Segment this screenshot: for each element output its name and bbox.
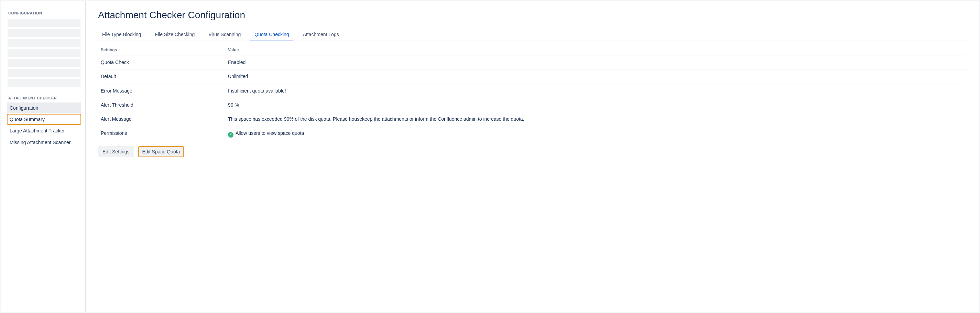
- placeholder-row: [8, 19, 81, 27]
- placeholder-row: [8, 69, 81, 77]
- button-row: Edit Settings Edit Space Quota: [98, 146, 966, 157]
- placeholder-row: [8, 49, 81, 57]
- table-row: Error Message Insufficient quota availab…: [98, 84, 966, 98]
- placeholder-row: [8, 39, 81, 47]
- placeholder-row: [8, 29, 81, 37]
- tabs: File Type Blocking File Size Checking Vi…: [98, 29, 966, 41]
- table-row: Alert Threshold 90 %: [98, 98, 966, 112]
- sidebar-item-large-attachment-tracker[interactable]: Large Attachment Tracker: [7, 125, 81, 136]
- tab-quota-checking[interactable]: Quota Checking: [250, 29, 293, 41]
- setting-key: Error Message: [98, 84, 225, 98]
- setting-key: Alert Threshold: [98, 98, 225, 112]
- page-title: Attachment Checker Configuration: [98, 10, 966, 21]
- setting-value: This space has exceeded 90% of the disk …: [225, 112, 966, 126]
- tab-file-size-checking[interactable]: File Size Checking: [151, 29, 199, 41]
- setting-key: Default: [98, 70, 225, 84]
- setting-value: Insufficient quota available!: [225, 84, 966, 98]
- tab-file-type-blocking[interactable]: File Type Blocking: [98, 29, 145, 41]
- sidebar-section-attachment-checker: ATTACHMENT CHECKER: [6, 93, 82, 102]
- col-header-value: Value: [225, 43, 966, 56]
- tab-virus-scanning[interactable]: Virus Scanning: [204, 29, 245, 41]
- setting-key: Alert Message: [98, 112, 225, 126]
- col-header-settings: Settings: [98, 43, 225, 56]
- sidebar-item-quota-summary[interactable]: Quota Summary: [7, 114, 81, 125]
- sidebar-section-configuration: CONFIGURATION: [6, 8, 82, 17]
- check-circle-icon: ✓: [228, 132, 234, 138]
- placeholder-row: [8, 79, 81, 87]
- setting-value: Enabled: [225, 56, 966, 70]
- placeholder-row: [8, 59, 81, 67]
- table-row: Alert Message This space has exceeded 90…: [98, 112, 966, 126]
- sidebar-item-configuration[interactable]: Configuration: [7, 103, 81, 113]
- permission-text: Allow users to view space quota: [235, 130, 304, 136]
- setting-value: Unlimited: [225, 70, 966, 84]
- edit-settings-button[interactable]: Edit Settings: [98, 146, 134, 157]
- tab-attachment-logs[interactable]: Attachment Logs: [299, 29, 343, 41]
- main-content: Attachment Checker Configuration File Ty…: [86, 2, 978, 311]
- edit-space-quota-button[interactable]: Edit Space Quota: [138, 146, 184, 157]
- settings-table: Settings Value Quota Check Enabled Defau…: [98, 43, 966, 141]
- setting-value: ✓Allow users to view space quota: [225, 126, 966, 141]
- table-row: Permissions ✓Allow users to view space q…: [98, 126, 966, 141]
- table-row: Default Unlimited: [98, 70, 966, 84]
- setting-key: Permissions: [98, 126, 225, 141]
- table-row: Quota Check Enabled: [98, 56, 966, 70]
- setting-value: 90 %: [225, 98, 966, 112]
- sidebar-item-missing-attachment-scanner[interactable]: Missing Attachment Scanner: [7, 137, 81, 148]
- sidebar: CONFIGURATION ATTACHMENT CHECKER Configu…: [2, 2, 86, 311]
- setting-key: Quota Check: [98, 56, 225, 70]
